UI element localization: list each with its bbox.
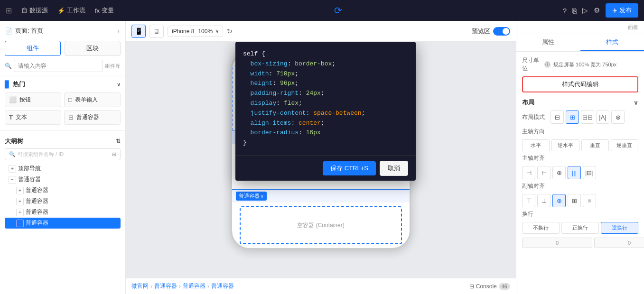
grid-icon: ⊞: [6, 6, 12, 15]
preview-toggle-switch[interactable]: [493, 27, 510, 36]
preview-toggle-row: 预览区: [472, 27, 510, 36]
main-align-space-between[interactable]: |||: [568, 166, 581, 179]
help-icon[interactable]: ?: [563, 7, 567, 15]
hot-section-arrow[interactable]: ∨: [117, 82, 121, 88]
tree-item-container-active[interactable]: − 普通容器: [5, 218, 121, 229]
comp-container[interactable]: ⊟ 普通容器: [64, 110, 121, 125]
main-align-space-around[interactable]: |⊟|: [583, 166, 596, 179]
desktop-icon: 🖥: [153, 28, 160, 35]
dir-vertical[interactable]: 垂直: [581, 139, 609, 151]
variable-nav[interactable]: fx 变量: [95, 6, 114, 15]
reverse-wrap-button[interactable]: 逆换行: [601, 222, 638, 234]
main-axis-row: 主轴方向: [522, 128, 638, 136]
dir-reverse-horizontal[interactable]: 逆水平: [551, 139, 579, 151]
refresh-button[interactable]: ↻: [227, 28, 233, 35]
main-align-center[interactable]: ⊕: [552, 166, 566, 179]
dropdown-arrow[interactable]: ∨: [261, 194, 264, 199]
main-align-start[interactable]: ⊣: [522, 166, 535, 179]
settings-icon[interactable]: ⚙: [594, 6, 600, 15]
size-unit-label: 尺寸单位 ⓘ: [522, 56, 551, 73]
main-align-label: 主轴对齐: [522, 154, 551, 162]
empty-container: 空容器 (Container): [240, 206, 402, 244]
expand-container-4[interactable]: +: [16, 209, 24, 216]
component-tabs: 组件 区块: [5, 41, 121, 56]
layout-collapse-icon[interactable]: ∨: [634, 99, 638, 106]
cross-align-baseline[interactable]: ≡: [583, 194, 596, 207]
console-label[interactable]: Console: [476, 283, 497, 290]
cross-align-end[interactable]: ⊥: [537, 194, 551, 207]
cross-align-center[interactable]: ⊕: [552, 194, 566, 207]
tree-add-icon[interactable]: ⊞: [112, 151, 116, 157]
play-icon[interactable]: ▷: [582, 6, 588, 15]
comp-button[interactable]: ⬜ 按钮: [5, 92, 61, 107]
code-line-7: align-items: center;: [243, 119, 408, 129]
mobile-device-button[interactable]: 📱: [131, 25, 146, 38]
cancel-code-button[interactable]: 取消: [380, 161, 408, 176]
layout-mode-5[interactable]: ⊗: [611, 110, 625, 124]
outline-sort-icon[interactable]: ⇅: [116, 138, 121, 145]
copy-icon[interactable]: ⎘: [572, 7, 577, 15]
datasource-nav[interactable]: 自 数据源: [21, 6, 48, 15]
component-search-input[interactable]: [14, 60, 103, 72]
desktop-device-button[interactable]: 🖥: [149, 25, 164, 38]
breadcrumb-item-0[interactable]: 微官网: [131, 282, 149, 290]
size-unit-info-icon[interactable]: ⓘ: [544, 61, 551, 68]
layout-mode-3[interactable]: ⊟⊟: [581, 110, 594, 124]
dir-reverse-vertical[interactable]: 逆垂直: [611, 139, 638, 151]
text-icon: T: [9, 114, 13, 121]
style-code-edit-button[interactable]: 样式代码编辑: [522, 76, 638, 92]
publish-button[interactable]: ✈ 发布: [606, 3, 638, 18]
tree-item-container-1[interactable]: − 普通容器: [5, 174, 121, 185]
wrap-button[interactable]: 正换行: [561, 222, 599, 234]
main-align-end[interactable]: ⊢: [537, 166, 551, 179]
size-input-1[interactable]: [522, 238, 592, 248]
size-inputs: [522, 238, 638, 248]
tab-block[interactable]: 区块: [65, 41, 121, 56]
layout-mode-label: 布局模式: [522, 113, 551, 121]
topbar-left: ⊞ 自 数据源 ⚡ 工作流 fx 变量: [6, 6, 114, 15]
dir-horizontal[interactable]: 水平: [522, 139, 550, 151]
layout-mode-4[interactable]: |A|: [596, 110, 609, 124]
expand-top-nav[interactable]: +: [9, 165, 16, 173]
expand-container-active[interactable]: −: [16, 220, 24, 227]
main-align-icons: ⊣ ⊢ ⊕ ||| |⊟|: [522, 166, 638, 179]
save-code-button[interactable]: 保存 CTRL+S: [323, 161, 376, 175]
page-title-row: 📄 页面: 首页 +: [5, 25, 121, 37]
code-line-3: height: 96px;: [243, 79, 408, 89]
direction-buttons: 水平 逆水平 垂直 逆垂直: [522, 139, 638, 151]
hot-section-icon: ▊: [5, 81, 10, 88]
expand-container-1[interactable]: −: [9, 176, 16, 184]
form-icon: □: [68, 96, 72, 103]
cross-align-start[interactable]: ⊤: [522, 194, 535, 207]
tree-item-top-nav[interactable]: + 顶部导航: [5, 163, 121, 174]
wrap-row: 换行: [522, 210, 638, 218]
tree-item-container-2[interactable]: + 普通容器: [5, 185, 121, 196]
tree-item-container-4[interactable]: + 普通容器: [5, 207, 121, 218]
expand-container-2[interactable]: +: [16, 187, 24, 194]
breadcrumb-item-1[interactable]: 普通容器: [154, 282, 177, 290]
no-wrap-button[interactable]: 不换行: [522, 222, 560, 234]
device-selector[interactable]: iPhone 8 100% ∨: [168, 26, 223, 37]
topbar-center: ⟳: [123, 5, 553, 16]
panel-title: 面板: [516, 21, 644, 34]
container-icon: ⊟: [68, 114, 74, 121]
workflow-nav[interactable]: ⚡ 工作流: [57, 6, 85, 15]
tab-props[interactable]: 属性: [516, 34, 580, 51]
breadcrumb-item-2[interactable]: 普通容器: [183, 282, 205, 290]
right-panel: 面板 属性 样式 尺寸单位 ⓘ 规定屏幕 100% 宽为 750px 样式代码编…: [516, 21, 644, 294]
tab-component[interactable]: 组件: [5, 41, 61, 56]
cross-align-label: 副轴对齐: [522, 182, 551, 190]
layout-mode-1[interactable]: ⊟: [551, 110, 564, 124]
tree-item-container-3[interactable]: + 普通容器: [5, 196, 121, 207]
size-input-2[interactable]: [594, 238, 644, 248]
toggle-knob: [503, 28, 509, 35]
breadcrumb-item-3[interactable]: 普通容器: [211, 282, 234, 290]
expand-container-3[interactable]: +: [16, 198, 24, 205]
layout-mode-2[interactable]: ⊞: [566, 110, 579, 124]
comp-text[interactable]: T 文本: [5, 110, 61, 125]
console-icon: ⊟: [469, 283, 474, 290]
add-page-button[interactable]: +: [117, 28, 121, 35]
tab-style[interactable]: 样式: [580, 34, 644, 51]
comp-form-input[interactable]: □ 表单输入: [64, 92, 121, 107]
cross-align-stretch[interactable]: ⊞: [568, 194, 581, 207]
